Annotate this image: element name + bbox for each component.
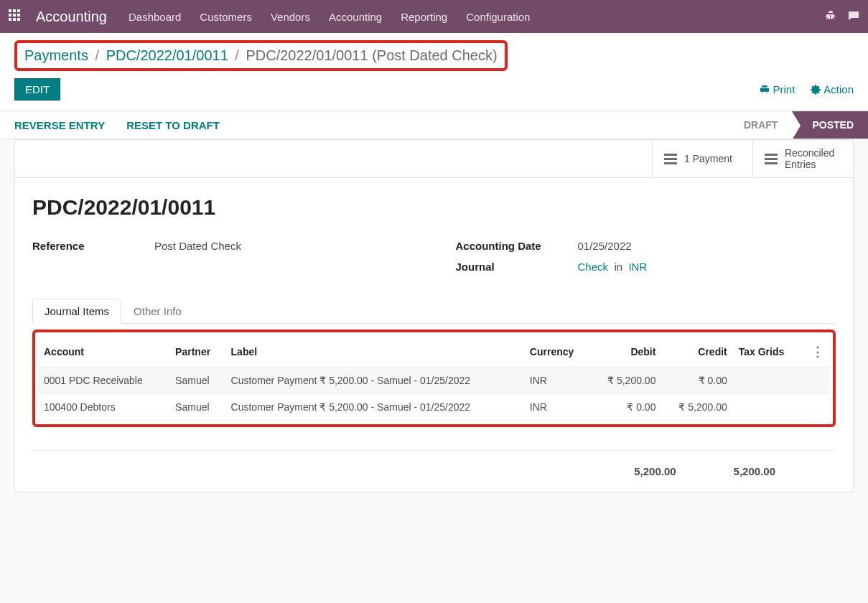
- breadcrumb-row: Payments / PDC/2022/01/0011 / PDC/2022/0…: [0, 33, 868, 74]
- record-title: PDC/2022/01/0011: [32, 195, 836, 220]
- reference-label: Reference: [32, 240, 154, 252]
- reverse-entry-button[interactable]: REVERSE ENTRY: [14, 119, 105, 131]
- th-credit[interactable]: Credit: [661, 337, 732, 368]
- totals-row: 5,200.00 5,200.00: [32, 450, 836, 492]
- nav-reporting[interactable]: Reporting: [401, 11, 447, 23]
- breadcrumb-current: PDC/2022/01/0011 (Post Dated Check): [246, 47, 497, 63]
- nav-accounting[interactable]: Accounting: [329, 11, 382, 23]
- statusbar: REVERSE ENTRY RESET TO DRAFT DRAFT POSTE…: [0, 111, 868, 139]
- status-posted[interactable]: POSTED: [792, 111, 868, 139]
- action-button[interactable]: Action: [811, 83, 854, 95]
- th-label[interactable]: Label: [225, 337, 524, 368]
- table-row[interactable]: 0001 PDC Receivable Samuel Customer Paym…: [38, 368, 830, 394]
- actions-row: EDIT Print Action: [0, 74, 868, 111]
- breadcrumb: Payments / PDC/2022/01/0011 / PDC/2022/0…: [24, 47, 498, 64]
- print-icon: [760, 85, 770, 95]
- print-button[interactable]: Print: [760, 83, 795, 95]
- th-partner[interactable]: Partner: [169, 337, 225, 368]
- columns-menu-icon[interactable]: ⋮: [811, 345, 824, 359]
- th-account[interactable]: Account: [38, 337, 169, 368]
- th-currency[interactable]: Currency: [524, 337, 590, 368]
- stat-buttons: 1 Payment Reconciled Entries: [15, 140, 853, 178]
- topbar: Accounting Dashboard Customers Vendors A…: [0, 0, 868, 33]
- reference-value: Post Dated Check: [154, 240, 241, 252]
- tab-other-info[interactable]: Other Info: [121, 299, 194, 324]
- th-debit[interactable]: Debit: [590, 337, 661, 368]
- journal-value: Check in INR: [578, 261, 648, 273]
- nav-vendors[interactable]: Vendors: [271, 11, 310, 23]
- apps-icon[interactable]: [9, 9, 23, 24]
- form-sheet: 1 Payment Reconciled Entries PDC/2022/01…: [14, 139, 854, 492]
- list-icon: [765, 154, 778, 164]
- journal-link[interactable]: Check: [578, 261, 609, 273]
- stat-reconciled[interactable]: Reconciled Entries: [752, 140, 853, 177]
- journal-items-table: Account Partner Label Currency Debit Cre…: [38, 337, 830, 420]
- main-nav: Dashboard Customers Vendors Accounting R…: [129, 11, 530, 23]
- nav-customers[interactable]: Customers: [200, 11, 252, 23]
- stat-payment[interactable]: 1 Payment: [652, 140, 752, 177]
- journal-items-highlight: Account Partner Label Currency Debit Cre…: [32, 329, 836, 427]
- accounting-date-label: Accounting Date: [456, 240, 578, 252]
- tabs: Journal Items Other Info: [32, 299, 836, 324]
- status-draft[interactable]: DRAFT: [729, 111, 792, 139]
- journal-currency-link[interactable]: INR: [628, 261, 647, 273]
- list-icon: [664, 154, 677, 164]
- nav-configuration[interactable]: Configuration: [466, 11, 530, 23]
- gear-icon: [811, 85, 821, 95]
- nav-dashboard[interactable]: Dashboard: [129, 11, 181, 23]
- breadcrumb-highlight: Payments / PDC/2022/01/0011 / PDC/2022/0…: [14, 40, 508, 71]
- breadcrumb-record[interactable]: PDC/2022/01/0011: [106, 47, 228, 63]
- total-credit: 5,200.00: [734, 465, 775, 477]
- accounting-date-value: 01/25/2022: [578, 240, 632, 252]
- reset-draft-button[interactable]: RESET TO DRAFT: [126, 119, 220, 131]
- table-row[interactable]: 100400 Debtors Samuel Customer Payment ₹…: [38, 394, 830, 421]
- tab-journal-items[interactable]: Journal Items: [32, 299, 121, 324]
- bug-icon[interactable]: [825, 10, 836, 24]
- th-taxgrids[interactable]: Tax Grids: [733, 337, 801, 368]
- app-name[interactable]: Accounting: [36, 9, 107, 25]
- journal-label: Journal: [456, 261, 578, 273]
- breadcrumb-payments[interactable]: Payments: [24, 47, 88, 63]
- total-debit: 5,200.00: [634, 465, 676, 477]
- chat-icon[interactable]: [848, 10, 859, 24]
- edit-button[interactable]: EDIT: [14, 78, 60, 100]
